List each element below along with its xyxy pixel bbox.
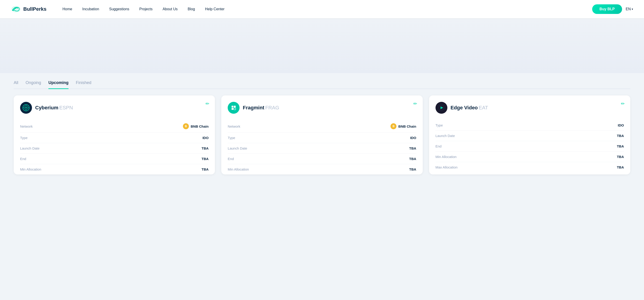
fragmint-name: Fragmint <box>243 105 264 110</box>
edgevideo-launch-row: Launch Date TBA <box>436 130 624 141</box>
hero-section <box>0 18 644 73</box>
cyberium-minalloc-label: Min Allocation <box>20 167 41 171</box>
buy-blp-button[interactable]: Buy BLP <box>592 4 622 14</box>
fragmint-launch-label: Launch Date <box>228 146 247 150</box>
nav-about[interactable]: About Us <box>158 0 183 18</box>
language-selector[interactable]: EN ▾ <box>626 7 633 11</box>
edit-fragmint-icon[interactable]: ✏ <box>413 101 417 106</box>
cyberium-ticker: ESPN <box>59 105 73 110</box>
edgevideo-maxalloc-value: TBA <box>617 165 624 169</box>
edgevideo-launch-label: Launch Date <box>436 134 455 138</box>
header-right: Buy BLP EN ▾ <box>592 4 633 14</box>
cyberium-end-row: End TBA <box>20 154 208 164</box>
cyberium-type-value: IDO <box>202 136 209 140</box>
cyberium-minalloc-row: Min Allocation TBA <box>20 164 208 174</box>
fragmint-end-value: TBA <box>409 157 416 161</box>
main-content: All Ongoing Upcoming Finished ✏ <box>0 73 644 188</box>
nav-incubation[interactable]: Incubation <box>77 0 104 18</box>
tab-all[interactable]: All <box>14 80 18 89</box>
svg-point-4 <box>25 107 27 108</box>
nav-help[interactable]: Help Center <box>200 0 230 18</box>
tab-finished[interactable]: Finished <box>76 80 91 89</box>
cyberium-launch-row: Launch Date TBA <box>20 143 208 154</box>
svg-rect-9 <box>230 104 237 111</box>
edgevideo-minalloc-value: TBA <box>617 155 624 159</box>
site-header: BullPerks Home Incubation Suggestions Pr… <box>0 0 644 18</box>
edit-edgevideo-icon[interactable]: ✏ <box>621 101 625 106</box>
cyberium-launch-label: Launch Date <box>20 146 40 150</box>
edgevideo-type-row: Type IDO <box>436 120 624 130</box>
edgevideo-end-value: TBA <box>617 144 624 148</box>
edgevideo-minalloc-label: Min Allocation <box>436 155 457 159</box>
edgevideo-name: Edge Video <box>450 105 478 110</box>
fragmint-network-value: B BNB Chain <box>390 123 416 129</box>
cyberium-minalloc-value: TBA <box>202 167 209 171</box>
fragmint-type-value: IDO <box>410 136 416 140</box>
edgevideo-type-label: Type <box>436 123 443 127</box>
edgevideo-end-label: End <box>436 144 442 148</box>
edgevideo-type-value: IDO <box>618 123 624 127</box>
cyberium-name: Cyberium <box>35 105 58 110</box>
nav-suggestions[interactable]: Suggestions <box>104 0 134 18</box>
fragmint-title-area: FragmintFRAG <box>243 105 279 111</box>
fragmint-logo <box>228 102 240 114</box>
fragmint-end-row: End TBA <box>228 154 416 164</box>
fragmint-launch-row: Launch Date TBA <box>228 143 416 154</box>
fragmint-type-label: Type <box>228 136 235 140</box>
card-cyberium: ✏ CyberiumESPN <box>14 96 215 174</box>
fragmint-minalloc-label: Min Allocation <box>228 167 249 171</box>
card-fragmint-header: FragmintFRAG <box>228 102 416 114</box>
cyberium-logo <box>20 102 32 114</box>
edgevideo-maxalloc-label: Max Allocation <box>436 165 458 169</box>
fragmint-network-row: Network B BNB Chain <box>228 120 416 133</box>
edgevideo-title-area: Edge VideoEAT <box>450 105 488 111</box>
fragmint-launch-value: TBA <box>409 146 416 150</box>
tab-ongoing[interactable]: Ongoing <box>26 80 41 89</box>
svg-rect-11 <box>234 106 236 108</box>
edit-cyberium-icon[interactable]: ✏ <box>206 101 210 106</box>
nav-home[interactable]: Home <box>58 0 78 18</box>
logo-text: BullPerks <box>23 6 46 12</box>
logo-link[interactable]: BullPerks <box>11 5 46 13</box>
main-nav: Home Incubation Suggestions Projects Abo… <box>58 0 592 18</box>
cyberium-end-value: TBA <box>202 157 209 161</box>
edgevideo-minalloc-row: Min Allocation TBA <box>436 152 624 162</box>
card-fragmint: ✏ FragmintFRAG Network <box>221 96 422 174</box>
cyberium-launch-value: TBA <box>202 146 209 150</box>
card-cyberium-header: CyberiumESPN <box>20 102 208 114</box>
card-edgevideo: ✏ Edge VideoEAT Type IDO Launch Da <box>429 96 630 174</box>
cyberium-network-value: B BNB Chain <box>183 123 208 129</box>
card-edgevideo-header: Edge VideoEAT <box>436 102 624 114</box>
chevron-down-icon: ▾ <box>632 8 633 11</box>
lang-label: EN <box>626 7 631 11</box>
fragmint-end-label: End <box>228 157 234 161</box>
filter-tabs: All Ongoing Upcoming Finished <box>14 80 630 89</box>
cyberium-network-row: Network B BNB Chain <box>20 120 208 133</box>
fragmint-ticker: FRAG <box>265 105 279 110</box>
nav-blog[interactable]: Blog <box>183 0 200 18</box>
bnb-chain-icon-2: B <box>390 123 396 129</box>
edgevideo-end-row: End TBA <box>436 141 624 152</box>
bnb-chain-icon: B <box>183 123 189 129</box>
cyberium-title-area: CyberiumESPN <box>35 105 73 111</box>
fragmint-network-label: Network <box>228 124 240 128</box>
edgevideo-maxalloc-row: Max Allocation TBA <box>436 162 624 172</box>
edgevideo-launch-value: TBA <box>617 134 624 138</box>
cyberium-network-label: Network <box>20 124 33 128</box>
edgevideo-logo <box>436 102 447 114</box>
fragmint-type-row: Type IDO <box>228 133 416 143</box>
svg-rect-12 <box>232 108 234 110</box>
nav-projects[interactable]: Projects <box>134 0 158 18</box>
svg-rect-10 <box>232 106 234 108</box>
fragmint-minalloc-row: Min Allocation TBA <box>228 164 416 174</box>
cyberium-type-label: Type <box>20 136 28 140</box>
cyberium-type-row: Type IDO <box>20 133 208 143</box>
fragmint-minalloc-value: TBA <box>409 167 416 171</box>
cards-grid: ✏ CyberiumESPN <box>14 96 630 174</box>
edgevideo-ticker: EAT <box>479 105 488 110</box>
cyberium-end-label: End <box>20 157 26 161</box>
tab-upcoming[interactable]: Upcoming <box>48 80 68 89</box>
